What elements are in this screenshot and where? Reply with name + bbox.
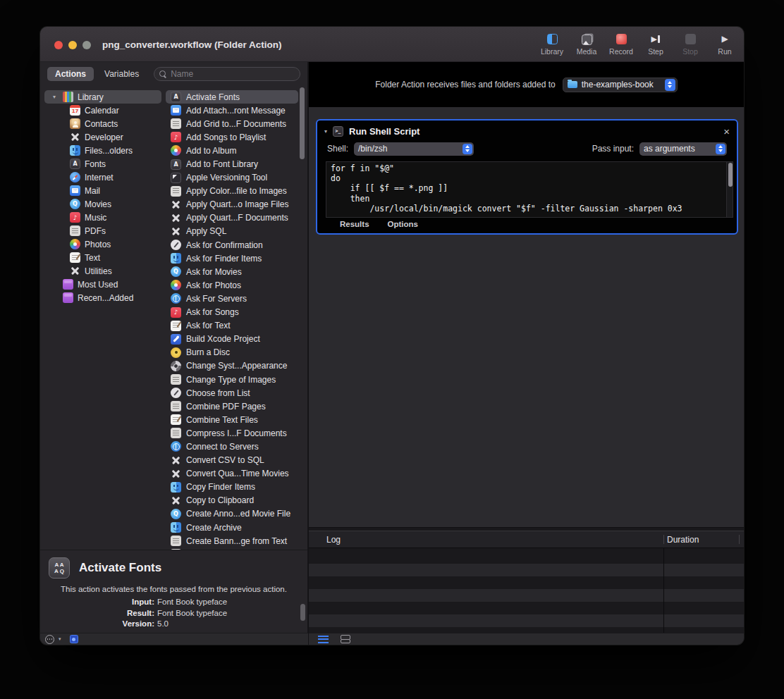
sidebar-tab[interactable]: Variables <box>97 67 147 81</box>
action-icon <box>171 186 181 197</box>
action-list-item[interactable]: Compress I...F Documents <box>164 426 307 440</box>
shell-footer-tab[interactable]: Results <box>340 220 369 228</box>
library-category[interactable]: ▾ Utilities <box>44 264 164 278</box>
action-list-item[interactable]: Build Xcode Project <box>164 333 307 346</box>
action-list-item[interactable]: Ask for Movies <box>164 265 307 278</box>
toolbar-button[interactable]: Stop <box>678 33 702 56</box>
actions-list-scrollbar[interactable] <box>300 86 305 550</box>
action-detail-panel: Activate Fonts This action activates the… <box>40 550 307 633</box>
library-category[interactable]: ▾ Calendar <box>44 104 164 117</box>
category-label: Fonts <box>85 159 106 169</box>
duration-column-header[interactable]: Duration <box>667 535 699 545</box>
action-list-item[interactable]: Create Anno...ed Movie File <box>164 507 307 521</box>
action-list-item[interactable]: Add to Font Library <box>164 157 307 171</box>
action-list-item[interactable]: Ask for Text <box>164 319 307 333</box>
toolbar-button[interactable]: Step <box>644 33 668 56</box>
action-list-item[interactable]: Apply Quart...F Documents <box>164 211 307 225</box>
zoom-window-button[interactable] <box>82 41 91 49</box>
action-list-item[interactable]: Activate Fonts <box>166 90 298 104</box>
shell-footer-tab[interactable]: Options <box>388 220 418 228</box>
log-list-view-button[interactable] <box>318 636 329 643</box>
shell-select[interactable]: /bin/zsh <box>354 142 474 156</box>
action-list-item[interactable]: Ask for Finder Items <box>164 252 307 265</box>
script-code-line: /usr/local/bin/magick convert "$f" -filt… <box>326 204 733 214</box>
log-column-header[interactable]: Log <box>326 535 341 545</box>
script-scrollbar[interactable] <box>726 162 733 217</box>
action-list-item[interactable]: Convert CSV to SQL <box>164 454 307 467</box>
library-category[interactable]: ▾ Most Used <box>44 278 164 291</box>
action-list-item[interactable]: Burn a Disc <box>164 346 307 359</box>
action-list-item[interactable]: Add Grid to...F Documents <box>164 117 307 130</box>
folder-select[interactable]: the-examples-book <box>563 78 678 92</box>
category-label: Text <box>85 253 100 263</box>
action-list-item[interactable]: Ask for Photos <box>164 278 307 292</box>
script-editor[interactable]: for f in "$@"do if [[ $f == *.png ]] the… <box>326 161 733 218</box>
action-label: Apply Quart...o Image Files <box>186 199 288 209</box>
action-list-item[interactable]: Copy to Clipboard <box>164 494 307 507</box>
action-list-item[interactable]: Change Type of Images <box>164 373 307 386</box>
action-list-item[interactable]: Add Songs to Playlist <box>164 130 307 144</box>
log-box-view-button[interactable] <box>341 635 350 643</box>
category-icon <box>63 292 73 303</box>
library-category[interactable]: ▾ Developer <box>44 130 164 144</box>
action-list-item[interactable]: Create Archive <box>164 521 307 534</box>
action-icon <box>171 334 181 345</box>
library-category[interactable]: ▾ Recen...Added <box>44 291 164 304</box>
action-list-item[interactable]: Combine PDF Pages <box>164 400 307 413</box>
search-input[interactable]: Name <box>154 67 300 81</box>
action-list-item[interactable]: Create Bann...ge from Text <box>164 534 307 548</box>
media-browser-toggle-icon[interactable] <box>70 635 78 643</box>
toolbar-button[interactable]: Record <box>609 33 633 56</box>
action-list-item[interactable]: Ask for Confirmation <box>164 238 307 252</box>
action-list-item[interactable]: Apply SQL <box>164 225 307 238</box>
library-category[interactable]: ▾ Contacts <box>44 117 164 130</box>
action-list-item[interactable]: Convert Qua...Time Movies <box>164 467 307 481</box>
action-label: Activate Fonts <box>186 92 240 102</box>
action-list-item[interactable]: Apple Versioning Tool <box>164 171 307 185</box>
action-menu-button[interactable] <box>45 635 54 644</box>
action-list-item[interactable]: Ask for Songs <box>164 306 307 319</box>
pass-input-select[interactable]: as arguments <box>639 142 727 156</box>
library-category[interactable]: ▾ Text <box>44 251 164 264</box>
library-category[interactable]: ▾ Internet <box>44 171 164 184</box>
disclosure-chevron-icon[interactable]: ▾ <box>50 94 59 100</box>
detail-field: Input: Font Book typeface <box>49 598 299 607</box>
action-label: Combine PDF Pages <box>186 402 266 412</box>
library-category[interactable]: ▾ Photos <box>44 237 164 251</box>
library-category[interactable]: ▾ Fonts <box>44 157 164 171</box>
action-list-item[interactable]: Combine Text Files <box>164 413 307 426</box>
category-icon <box>70 159 80 169</box>
action-list-item[interactable]: Add Attach...ront Message <box>164 104 307 117</box>
popup-stepper-icon <box>463 144 472 154</box>
category-icon <box>70 239 80 249</box>
category-icon <box>70 105 80 116</box>
action-list-item[interactable]: Apply Color...file to Images <box>164 185 307 198</box>
toolbar-button[interactable]: Library <box>540 33 564 56</box>
action-list-item[interactable]: Connect to Servers <box>164 440 307 453</box>
toolbar-button[interactable]: Media <box>575 33 599 56</box>
library-category[interactable]: ▾ Movies <box>44 197 164 211</box>
action-list-item[interactable]: Copy Finder Items <box>164 481 307 494</box>
action-list-item[interactable]: Change Syst...Appearance <box>164 359 307 373</box>
action-icon <box>171 374 181 385</box>
library-category[interactable]: ▾ Files...olders <box>44 144 164 157</box>
detail-field-label: Result: <box>49 609 154 619</box>
action-list-item[interactable]: Add to Album <box>164 144 307 157</box>
library-category[interactable]: ▾ PDFs <box>44 224 164 237</box>
minimize-window-button[interactable] <box>68 41 77 49</box>
run-shell-script-action[interactable]: ▾ Run Shell Script × Shell: /bin/zsh Pas… <box>316 119 738 235</box>
action-list-item[interactable]: Ask For Servers <box>164 292 307 305</box>
remove-action-button[interactable]: × <box>723 126 730 137</box>
library-category[interactable]: ▾ Library <box>44 90 161 104</box>
chevron-down-icon[interactable]: ▾ <box>59 636 61 642</box>
toolbar-button[interactable]: Run <box>713 33 737 56</box>
action-list-item[interactable]: Apply Quart...o Image Files <box>164 198 307 211</box>
library-category[interactable]: ▾ Music <box>44 211 164 224</box>
action-list-item[interactable]: Choose from List <box>164 386 307 400</box>
close-window-button[interactable] <box>54 41 63 49</box>
detail-scrollbar[interactable] <box>300 604 305 621</box>
sidebar-tab[interactable]: Actions <box>47 67 94 81</box>
shell-label: Shell: <box>327 144 348 154</box>
collapse-chevron-icon[interactable]: ▾ <box>324 128 327 135</box>
library-category[interactable]: ▾ Mail <box>44 184 164 197</box>
